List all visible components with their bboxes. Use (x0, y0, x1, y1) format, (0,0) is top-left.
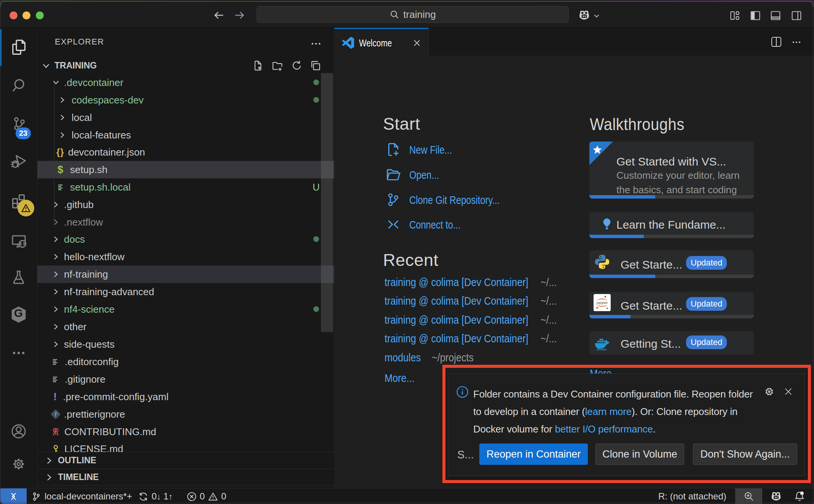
svg-text:jupyter: jupyter (596, 300, 608, 305)
svg-text:docker: docker (597, 348, 607, 351)
